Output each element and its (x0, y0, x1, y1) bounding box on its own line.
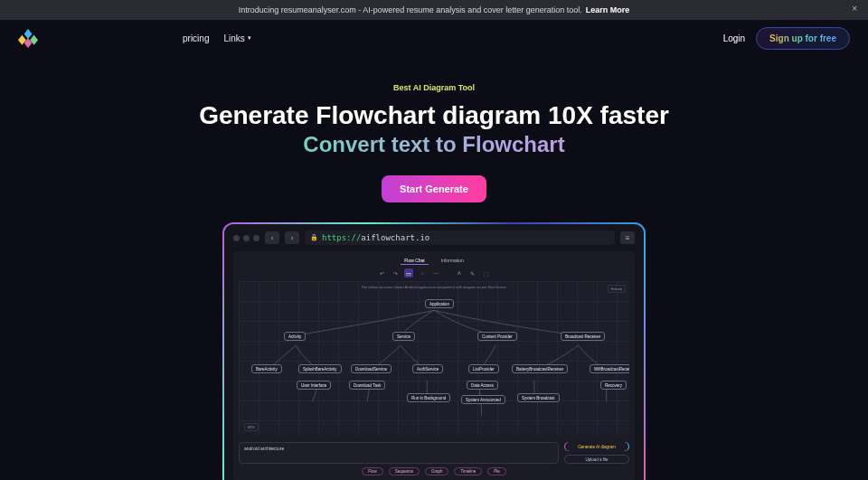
redo-icon[interactable]: ↷ (391, 268, 400, 278)
tab-flowchat[interactable]: Flow Chat (401, 257, 429, 265)
toolbar: ↶ ↷ ▭ ○ — · A ✎ ⬚ (239, 268, 629, 278)
chip-pie[interactable]: Pie (487, 467, 506, 475)
nav-pricing[interactable]: pricing (183, 33, 209, 43)
hero-headline: Generate Flowchart diagram 10X faster (0, 101, 868, 130)
node[interactable]: System Announced (461, 395, 505, 404)
hero-subhead: Convert text to Flowchart (0, 132, 868, 157)
generate-diagram-button[interactable]: Generate AI diagram (564, 442, 629, 451)
traffic-light-dot (233, 235, 240, 241)
toolbar-separator: · (447, 270, 448, 276)
node[interactable]: SplashBareActivity (298, 364, 342, 373)
chip-timeline[interactable]: Timeline (454, 467, 482, 475)
tab-information[interactable]: Information (438, 257, 467, 265)
node[interactable]: System Broadcast (517, 393, 560, 402)
preview-frame: ‹ › 🔒 https://aiflowchart.io ≡ Flow Chat… (222, 222, 646, 480)
chip-graph[interactable]: Graph (425, 467, 449, 475)
announcement-text: Introducing resumeanalyser.com - AI-powe… (239, 5, 582, 14)
url-protocol: https:// (322, 233, 361, 242)
rect-tool-icon[interactable]: ▭ (404, 268, 413, 278)
node[interactable]: Data Access (467, 381, 498, 390)
text-tool-icon[interactable]: A (455, 268, 464, 278)
canvas[interactable]: The below structure shows Android applic… (239, 281, 629, 435)
app-preview: Flow Chat Information ↶ ↷ ▭ ○ — · A ✎ ⬚ … (233, 251, 635, 480)
prompt-input[interactable]: android architecture (239, 442, 559, 464)
signup-button[interactable]: Sign up for free (756, 27, 850, 50)
lock-icon: 🔒 (310, 234, 318, 241)
traffic-lights (233, 235, 259, 241)
node[interactable]: Run in Background (407, 393, 450, 402)
node[interactable]: Content Provider (477, 332, 517, 341)
node[interactable]: User Interface (297, 381, 331, 390)
node[interactable]: Broadcast Receiver (561, 332, 605, 341)
pen-tool-icon[interactable]: ✎ (468, 268, 477, 278)
close-icon[interactable]: × (852, 4, 857, 14)
top-nav: pricing Links ▾ Login Sign up for free (0, 20, 868, 56)
svg-marker-0 (24, 29, 33, 39)
forward-icon[interactable]: › (285, 231, 299, 244)
line-tool-icon[interactable]: — (431, 268, 440, 278)
select-tool-icon[interactable]: ⬚ (482, 268, 491, 278)
nav-links-dropdown[interactable]: Links ▾ (223, 33, 250, 43)
node[interactable]: Service (392, 332, 415, 341)
login-link[interactable]: Login (723, 33, 745, 43)
app-tabs: Flow Chat Information (239, 257, 629, 265)
type-chips: Flow Sequence Graph Timeline Pie (239, 467, 629, 475)
node[interactable]: DownloadService (351, 364, 392, 373)
chip-sequence[interactable]: Sequence (389, 467, 420, 475)
nav-links: pricing Links ▾ (183, 33, 251, 43)
node[interactable]: Download Task (349, 381, 385, 390)
node[interactable]: BatteryBroadcastReceiver (512, 364, 568, 373)
url-host: aiflowchart.io (361, 233, 429, 242)
announcement-bar: Introducing resumeanalyser.com - AI-powe… (0, 0, 868, 20)
node[interactable]: WifiBroadcastReceiver (590, 364, 629, 373)
start-generate-button[interactable]: Start Generate (382, 175, 486, 202)
node[interactable]: Activity (284, 332, 306, 341)
node[interactable]: Application (425, 299, 454, 308)
ellipse-tool-icon[interactable]: ○ (418, 268, 427, 278)
logo-icon[interactable] (18, 28, 38, 48)
node[interactable]: Recovery (600, 381, 627, 390)
upload-file-button[interactable]: Upload a file (564, 455, 629, 464)
undo-icon[interactable]: ↶ (377, 268, 386, 278)
announcement-learn-more[interactable]: Learn More (586, 5, 630, 14)
browser-bar: ‹ › 🔒 https://aiflowchart.io ≡ (233, 230, 635, 246)
traffic-light-dot (243, 235, 250, 241)
node[interactable]: BareActivity (251, 364, 282, 373)
back-icon[interactable]: ‹ (265, 231, 279, 244)
menu-icon[interactable]: ≡ (620, 231, 635, 244)
chevron-down-icon: ▾ (248, 34, 251, 42)
prompt-row: android architecture Generate AI diagram… (239, 442, 629, 464)
traffic-light-dot (253, 235, 259, 241)
chip-flow[interactable]: Flow (362, 467, 383, 475)
node[interactable]: ListProvider (468, 364, 499, 373)
node[interactable]: AuthService (412, 364, 443, 373)
hero-badge: Best AI Diagram Tool (0, 83, 868, 92)
hero: Best AI Diagram Tool Generate Flowchart … (0, 83, 868, 202)
url-bar[interactable]: 🔒 https://aiflowchart.io (305, 231, 615, 245)
zoom-indicator[interactable]: 80% (244, 423, 259, 431)
